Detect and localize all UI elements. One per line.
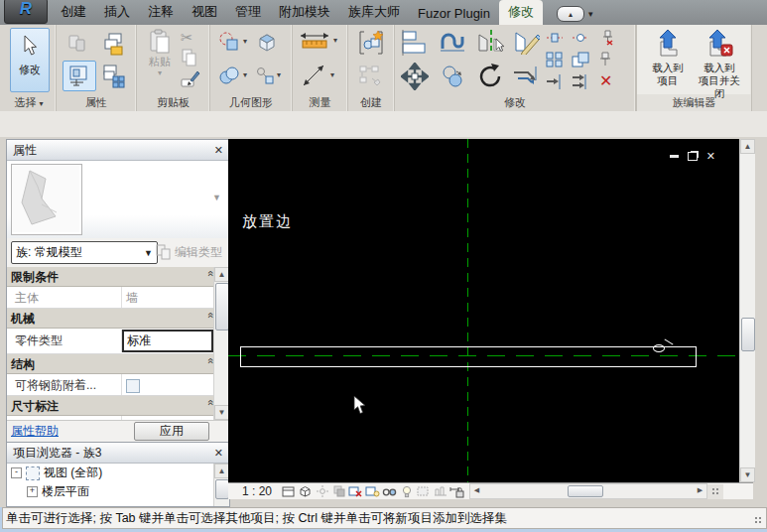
scrollbar-thumb[interactable] (215, 479, 229, 499)
reference-plane-vertical[interactable] (467, 139, 468, 482)
panel-label-create[interactable]: 创建 (348, 94, 394, 111)
mirror-pick-axis-button[interactable] (476, 29, 504, 59)
window-resize-grip[interactable] (755, 517, 763, 525)
detail-level-icon[interactable] (281, 485, 296, 498)
browser-scrollbar[interactable]: ▲ (213, 464, 229, 506)
trim-single-button[interactable] (546, 73, 564, 94)
measure-button[interactable]: ▾ (301, 63, 334, 88)
reveal-hidden-elements-icon[interactable] (399, 485, 414, 498)
trim-extend-button[interactable] (512, 29, 540, 59)
rotate-button[interactable] (476, 63, 504, 94)
part-type-value-selected[interactable]: 标准 (122, 330, 213, 352)
type-selector[interactable]: ▼ (7, 161, 229, 239)
split-with-gap-button[interactable] (572, 30, 589, 50)
trim-multiple-button[interactable] (572, 73, 589, 94)
canvas-horizontal-scrollbar[interactable]: ◀ ▶ (469, 483, 707, 499)
temporary-view-properties-icon[interactable] (416, 485, 431, 498)
properties-close-icon[interactable]: ✕ (214, 144, 223, 157)
panel-label-modify[interactable]: 修改 (395, 94, 635, 111)
move-button[interactable] (401, 63, 429, 94)
panel-label-clipboard[interactable]: 剪贴板 (137, 94, 209, 111)
cut-geometry-button[interactable]: ▾ (218, 31, 247, 53)
view-scale-button[interactable]: 1 : 20 (228, 484, 280, 498)
align-button[interactable] (401, 30, 429, 60)
tab-create[interactable]: 创建 (52, 0, 95, 25)
load-into-project-and-close-button[interactable]: 载入到 项目并关闭 (695, 27, 744, 92)
attach-geometry-button[interactable]: ▾ (256, 66, 281, 84)
family-combo[interactable]: 族: 常规模型 ▼ (11, 241, 158, 264)
project-browser-close-icon[interactable]: ✕ (214, 447, 223, 460)
panel-label-geometry[interactable]: 几何图形 (210, 94, 292, 111)
aligned-dimension-button[interactable]: ▾ (299, 30, 337, 52)
rebar-checkbox[interactable] (126, 379, 140, 393)
tree-item-floor-plans[interactable]: + 楼层平面 (7, 482, 229, 501)
family-category-button[interactable] (97, 61, 131, 91)
scroll-up-icon[interactable]: ▲ (214, 464, 229, 478)
solid-forms-button[interactable] (256, 31, 278, 57)
project-browser-titlebar[interactable]: 项目浏览器 - 族3 ✕ (7, 443, 229, 464)
visual-style-icon[interactable] (298, 485, 313, 498)
panel-label-measure[interactable]: 测量 (293, 94, 347, 111)
analytical-model-icon[interactable] (433, 485, 447, 498)
property-group-constraints[interactable]: 限制条件 « (7, 267, 213, 287)
join-geometry-button[interactable]: ▾ (218, 65, 247, 86)
shadows-icon[interactable] (331, 485, 346, 498)
tab-family-library[interactable]: 族库大师 (339, 0, 409, 25)
scroll-down-icon[interactable]: ▼ (740, 467, 755, 482)
crop-view-icon[interactable] (348, 485, 363, 498)
unpin-button[interactable] (597, 29, 615, 50)
offset-button[interactable] (512, 65, 540, 92)
scale-button[interactable] (572, 52, 589, 71)
canvas-vertical-scrollbar[interactable]: ▲ ▼ (739, 139, 755, 482)
temporary-hide-isolate-icon[interactable] (382, 485, 397, 498)
pin-button[interactable] (597, 51, 613, 71)
tab-addins[interactable]: 附加模块 (270, 0, 339, 25)
coping-button[interactable] (439, 29, 466, 59)
tab-fuzor-plugin[interactable]: Fuzor Plugin (409, 3, 499, 25)
extrusion-profile-rectangle[interactable] (240, 346, 697, 367)
modify-button[interactable]: 修改 (10, 28, 50, 92)
scrollbar-thumb[interactable] (741, 318, 755, 351)
sun-path-icon[interactable] (315, 485, 329, 498)
tab-manage[interactable]: 管理 (226, 0, 270, 25)
cut-button[interactable]: ✂ (181, 29, 193, 47)
properties-button[interactable] (63, 61, 96, 91)
copy-to-clipboard-button[interactable] (181, 49, 198, 70)
scrollbar-corner-grip[interactable] (707, 484, 723, 499)
view-close-icon[interactable]: ✕ (706, 151, 715, 161)
match-type-button[interactable] (181, 68, 200, 92)
delete-button[interactable]: ✕ (599, 71, 612, 90)
tab-view[interactable]: 视图 (183, 0, 226, 25)
family-types-button[interactable] (63, 29, 96, 60)
property-group-mechanical[interactable]: 机械 « (7, 309, 213, 329)
view-minimize-icon[interactable] (670, 155, 679, 158)
visibility-settings-button[interactable] (97, 29, 131, 60)
create-group-button[interactable] (357, 29, 385, 61)
paste-button[interactable]: 粘贴 ▾ (145, 29, 175, 77)
tab-annotate[interactable]: 注释 (139, 0, 183, 25)
tab-modify-active[interactable]: 修改 (499, 0, 543, 25)
properties-palette-titlebar[interactable]: 属性 ✕ (7, 140, 229, 161)
scroll-up-icon[interactable]: ▲ (740, 139, 755, 154)
tree-expand-icon[interactable]: + (27, 486, 38, 497)
scroll-up-icon[interactable]: ▲ (214, 267, 229, 282)
edit-type-button[interactable]: 编辑类型 (156, 241, 227, 263)
scroll-right-icon[interactable]: ▶ (694, 484, 706, 496)
apply-button[interactable]: 应用 (134, 422, 209, 441)
view-restore-icon[interactable] (688, 152, 698, 161)
tree-item-views[interactable]: - 视图 (全部) (7, 464, 229, 482)
copy-button[interactable] (440, 65, 465, 92)
split-element-button[interactable] (546, 30, 564, 50)
property-group-dimensions[interactable]: 尺寸标注 « (7, 396, 213, 416)
tree-collapse-icon[interactable]: - (11, 467, 22, 478)
property-group-structural[interactable]: 结构 « (7, 354, 213, 374)
load-into-project-button[interactable]: 载入到 项目 (643, 27, 693, 92)
minimize-ribbon-button[interactable]: ▴ (557, 6, 584, 22)
panel-label-select[interactable]: 选择 ▾ (2, 94, 56, 111)
ribbon-state-chevron-icon[interactable]: ▾ (588, 9, 593, 19)
properties-scrollbar[interactable]: ▲ ▼ (213, 267, 229, 420)
properties-help-link[interactable]: 属性帮助 (11, 423, 59, 440)
tab-insert[interactable]: 插入 (95, 0, 139, 25)
panel-label-properties[interactable]: 属性 (57, 94, 136, 111)
array-button[interactable] (546, 52, 564, 71)
